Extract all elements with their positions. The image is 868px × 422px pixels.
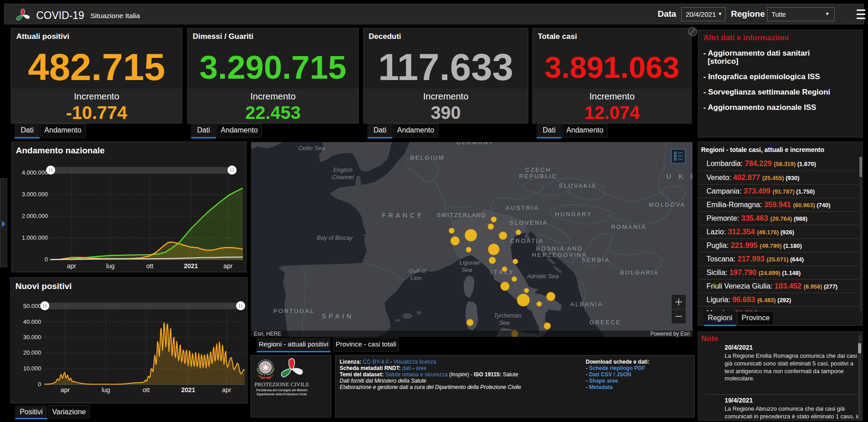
svg-text:apr: apr [61, 386, 70, 394]
svg-text:Adriatic Sea: Adriatic Sea [526, 273, 559, 280]
svg-text:English: English [333, 166, 353, 173]
svg-text:10.000: 10.000 [23, 365, 41, 372]
svg-text:Ligurian: Ligurian [460, 259, 480, 266]
svg-text:SLOVAKIA: SLOVAKIA [559, 182, 596, 189]
svg-text:AUSTRIA: AUSTRIA [506, 204, 539, 211]
svg-text:apr: apr [222, 386, 232, 394]
svg-text:Celtic Sea: Celtic Sea [298, 145, 325, 152]
svg-text:BOSNIA AND: BOSNIA AND [536, 245, 583, 252]
svg-text:SERBIA: SERBIA [582, 256, 610, 263]
svg-text:2.000.000: 2.000.000 [22, 213, 48, 219]
svg-text:Gulf of: Gulf of [409, 267, 427, 274]
svg-text:REPUBLIC: REPUBLIC [519, 173, 557, 180]
svg-text:30.000: 30.000 [23, 334, 41, 341]
svg-text:Tyrrhenian: Tyrrhenian [493, 312, 521, 319]
svg-text:U K R: U K R [666, 172, 693, 180]
svg-text:CZECH: CZECH [525, 166, 551, 173]
svg-text:0: 0 [45, 256, 48, 263]
svg-text:lug: lug [102, 386, 110, 394]
svg-text:2021: 2021 [184, 262, 198, 270]
svg-text:MOLDOVA: MOLDOVA [649, 201, 686, 208]
svg-text:CROATIA: CROATIA [510, 237, 544, 244]
svg-text:FRANCE: FRANCE [382, 212, 424, 219]
svg-text:4.000.000: 4.000.000 [22, 169, 48, 176]
svg-text:Channel: Channel [332, 174, 355, 180]
svg-text:ott: ott [146, 262, 153, 270]
svg-text:Sea: Sea [499, 319, 509, 326]
svg-text:BULGARIA: BULGARIA [620, 269, 659, 276]
svg-text:GREECE: GREECE [589, 319, 621, 326]
svg-text:Sea: Sea [461, 266, 472, 273]
svg-text:GERMANY: GERMANY [456, 142, 493, 146]
svg-text:ott: ott [142, 386, 150, 394]
svg-text:SWITZERLAND: SWITZERLAND [436, 212, 486, 218]
svg-text:Lion: Lion [411, 275, 422, 281]
svg-text:2021: 2021 [181, 386, 195, 394]
svg-text:lug: lug [106, 262, 115, 270]
svg-text:Bay of Biscay: Bay of Biscay [317, 234, 353, 241]
svg-text:Esri, HERE: Esri, HERE [254, 331, 281, 337]
svg-text:1.000.000: 1.000.000 [22, 234, 48, 241]
svg-text:20.000: 20.000 [23, 349, 41, 356]
svg-text:0: 0 [38, 381, 41, 388]
svg-text:SLOVENIA: SLOVENIA [509, 219, 548, 226]
svg-text:40.000: 40.000 [23, 318, 41, 325]
svg-text:HERZEGOVINA: HERZEGOVINA [532, 251, 587, 258]
svg-text:apr: apr [223, 262, 233, 270]
svg-text:apr: apr [67, 262, 76, 270]
svg-text:HUNGARY: HUNGARY [555, 211, 592, 218]
svg-text:Powered by Esri: Powered by Esri [650, 331, 690, 337]
svg-text:ROMANIA: ROMANIA [611, 223, 646, 230]
svg-text:PORTUGAL: PORTUGAL [273, 308, 314, 314]
svg-text:ALBANIA: ALBANIA [570, 301, 603, 308]
svg-text:50.000: 50.000 [23, 303, 41, 309]
svg-text:3.000.000: 3.000.000 [22, 191, 48, 198]
svg-text:SPAIN: SPAIN [322, 313, 354, 320]
svg-text:BELGIUM: BELGIUM [410, 154, 445, 161]
